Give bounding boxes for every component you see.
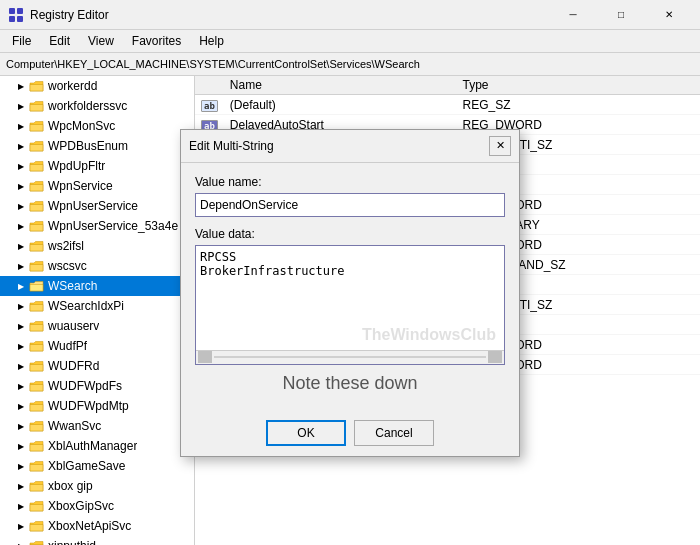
close-button[interactable]: ✕	[646, 4, 692, 26]
tree-item[interactable]: ▶ WSearch	[0, 276, 194, 296]
chevron-icon: ▶	[16, 442, 26, 451]
registry-type-icon: ab	[201, 100, 218, 112]
tree-item[interactable]: ▶ XboxNetApiSvc	[0, 516, 194, 536]
tree-item[interactable]: ▶ workfolderssvc	[0, 96, 194, 116]
value-data-textarea[interactable]	[196, 246, 504, 350]
row-icon-cell: ab	[195, 95, 224, 115]
tree-item[interactable]: ▶ WpcMonSvc	[0, 116, 194, 136]
folder-svg	[29, 460, 45, 473]
dialog-footer: OK Cancel	[181, 410, 519, 456]
value-name-input[interactable]	[195, 193, 505, 217]
tree-item[interactable]: ▶ xinputhid	[0, 536, 194, 545]
tree-item[interactable]: ▶ wuauserv	[0, 316, 194, 336]
folder-icon	[29, 100, 45, 113]
tree-item-label: XboxNetApiSvc	[48, 519, 131, 533]
menu-favorites[interactable]: Favorites	[124, 32, 189, 50]
tree-item[interactable]: ▶ WSearchIdxPi	[0, 296, 194, 316]
tree-item-label: XblGameSave	[48, 459, 125, 473]
edit-multistring-dialog: Edit Multi-String ✕ Value name: Value da…	[180, 129, 520, 457]
note-text: Note these down	[195, 365, 505, 398]
chevron-icon: ▶	[16, 482, 26, 491]
window-controls: ─ □ ✕	[550, 4, 692, 26]
tree-item[interactable]: ▶ XblAuthManager	[0, 436, 194, 456]
menu-file[interactable]: File	[4, 32, 39, 50]
tree-item[interactable]: ▶ WUDFWpdFs	[0, 376, 194, 396]
app-icon	[8, 7, 24, 23]
tree-item-label: WpdUpFltr	[48, 159, 105, 173]
tree-item-label: ws2ifsl	[48, 239, 84, 253]
tree-item-label: workfolderssvc	[48, 99, 127, 113]
menu-view[interactable]: View	[80, 32, 122, 50]
col-icon-header[interactable]	[195, 76, 224, 95]
minimize-button[interactable]: ─	[550, 4, 596, 26]
tree-item[interactable]: ▶ WUDFWpdMtp	[0, 396, 194, 416]
address-bar: Computer\HKEY_LOCAL_MACHINE\SYSTEM\Curre…	[0, 52, 700, 76]
tree-item[interactable]: ▶ XboxGipSvc	[0, 496, 194, 516]
chevron-icon: ▶	[16, 402, 26, 411]
tree-item[interactable]: ▶ WPDBusEnum	[0, 136, 194, 156]
tree-pane[interactable]: ▶ workerdd▶ workfolderssvc▶ WpcMonSvc▶ W…	[0, 76, 195, 545]
folder-svg	[29, 260, 45, 273]
svg-rect-3	[17, 16, 23, 22]
cancel-button[interactable]: Cancel	[354, 420, 434, 446]
menu-help[interactable]: Help	[191, 32, 232, 50]
folder-icon	[29, 500, 45, 513]
tree-item-label: wuauserv	[48, 319, 99, 333]
folder-icon	[29, 180, 45, 193]
folder-icon	[29, 260, 45, 273]
table-row[interactable]: ab(Default)REG_SZ	[195, 95, 700, 115]
tree-item[interactable]: ▶ xbox gip	[0, 476, 194, 496]
app-title: Registry Editor	[30, 8, 544, 22]
tree-item[interactable]: ▶ workerdd	[0, 76, 194, 96]
folder-svg	[29, 80, 45, 93]
tree-item[interactable]: ▶ WpnUserService_53a4e	[0, 216, 194, 236]
folder-icon	[29, 300, 45, 313]
tree-item-label: WwanSvc	[48, 419, 101, 433]
tree-item-label: XboxGipSvc	[48, 499, 114, 513]
tree-item[interactable]: ▶ WUDFRd	[0, 356, 194, 376]
tree-item-label: WpnService	[48, 179, 113, 193]
tree-item-label: WUDFWpdMtp	[48, 399, 129, 413]
chevron-icon: ▶	[16, 122, 26, 131]
folder-icon	[29, 360, 45, 373]
chevron-icon: ▶	[16, 102, 26, 111]
tree-item[interactable]: ▶ WpnService	[0, 176, 194, 196]
folder-icon	[29, 420, 45, 433]
tree-item[interactable]: ▶ WpdUpFltr	[0, 156, 194, 176]
chevron-icon: ▶	[16, 82, 26, 91]
dialog-body: Value name: Value data: TheWindowsClub N…	[181, 163, 519, 410]
folder-icon	[29, 280, 45, 293]
menu-edit[interactable]: Edit	[41, 32, 78, 50]
folder-icon	[29, 160, 45, 173]
tree-item[interactable]: ▶ ws2ifsl	[0, 236, 194, 256]
folder-icon	[29, 520, 45, 533]
folder-svg	[29, 360, 45, 373]
tree-item-label: WUDFWpdFs	[48, 379, 122, 393]
tree-item-label: WudfPf	[48, 339, 87, 353]
tree-item[interactable]: ▶ WudfPf	[0, 336, 194, 356]
horizontal-scrollbar[interactable]	[196, 350, 504, 364]
chevron-icon: ▶	[16, 502, 26, 511]
folder-icon	[29, 80, 45, 93]
tree-item[interactable]: ▶ wscsvс	[0, 256, 194, 276]
menu-bar: File Edit View Favorites Help	[0, 30, 700, 52]
dialog-titlebar: Edit Multi-String ✕	[181, 130, 519, 163]
chevron-icon: ▶	[16, 282, 26, 291]
col-type-header[interactable]: Type	[457, 76, 700, 95]
folder-svg	[29, 520, 45, 533]
tree-item-label: WPDBusEnum	[48, 139, 128, 153]
ok-button[interactable]: OK	[266, 420, 346, 446]
folder-icon	[29, 540, 45, 546]
tree-item[interactable]: ▶ WpnUserService	[0, 196, 194, 216]
tree-item[interactable]: ▶ WwanSvc	[0, 416, 194, 436]
maximize-button[interactable]: □	[598, 4, 644, 26]
chevron-icon: ▶	[16, 382, 26, 391]
dialog-close-button[interactable]: ✕	[489, 136, 511, 156]
chevron-icon: ▶	[16, 362, 26, 371]
chevron-icon: ▶	[16, 302, 26, 311]
chevron-icon: ▶	[16, 422, 26, 431]
tree-item-label: workerdd	[48, 79, 97, 93]
tree-item[interactable]: ▶ XblGameSave	[0, 456, 194, 476]
col-name-header[interactable]: Name	[224, 76, 457, 95]
row-name-cell: (Default)	[224, 95, 457, 115]
